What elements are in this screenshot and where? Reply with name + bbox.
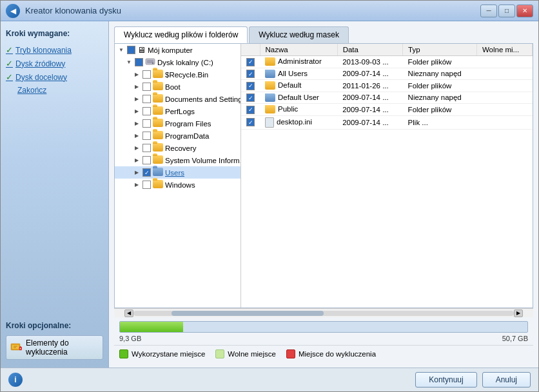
progress-used: 9,3 GB <box>119 335 141 342</box>
arrow-docs: ▶ <box>133 95 141 103</box>
tree-label-users: Users <box>165 169 184 177</box>
table-row[interactable]: ✓Default2011-01-26 ...Folder plików <box>241 80 533 92</box>
folder-icon-docs <box>153 94 163 104</box>
cancel-button[interactable]: Anuluj <box>482 372 531 387</box>
folder-icon-perflogs <box>153 106 163 116</box>
progress-labels: 9,3 GB 50,7 GB <box>119 335 528 342</box>
checkbox-disk[interactable] <box>135 58 143 66</box>
file-free-4 <box>476 104 532 116</box>
scrollbar-track[interactable] <box>133 311 514 316</box>
table-row[interactable]: ✓Administrator2013-09-03 ...Folder plikó… <box>241 56 533 68</box>
tree-label-programdata: ProgramData <box>165 132 209 140</box>
sidebar-label-tryb: Tryb klonowania <box>15 46 72 55</box>
continue-button[interactable]: Kontynuuj <box>415 372 476 387</box>
legend-excluded: Miejsce do wykluczenia <box>286 349 376 358</box>
file-name-3: Default User <box>260 92 337 104</box>
file-type-4: Folder plików <box>403 104 477 116</box>
folder-icon-windows <box>153 180 163 190</box>
maximize-button[interactable]: □ <box>498 5 515 17</box>
tree-item-docs[interactable]: ▶ Documents and Settings <box>115 93 240 105</box>
file-checkbox-1[interactable]: ✓ <box>246 70 255 78</box>
arrow-disk: ▼ <box>125 59 133 66</box>
minimize-button[interactable]: ─ <box>480 5 497 17</box>
tab-files-folders[interactable]: Wyklucz według plików i folderów <box>114 26 248 43</box>
tree-scrollbar[interactable]: ◀ ▶ <box>114 308 533 317</box>
col-header-typ[interactable]: Typ <box>403 44 477 56</box>
sidebar-item-elementy[interactable]: Elementy do wykluczenia <box>6 335 103 360</box>
tree-item-perflogs[interactable]: ▶ PerfLogs <box>115 105 240 117</box>
arrow-root: ▼ <box>117 46 125 54</box>
main-panel: Wyklucz według plików i folderów Wyklucz… <box>109 21 538 368</box>
sidebar-item-tryb-klonowania[interactable]: ✓ Tryb klonowania <box>6 43 103 57</box>
sidebar-item-dysk-docelowy[interactable]: ✓ Dysk docelowy <box>6 70 103 84</box>
info-icon[interactable]: i <box>8 373 23 387</box>
tree-item-recovery[interactable]: ▶ Recovery <box>115 142 240 154</box>
check-icon-3: ✓ <box>6 72 13 82</box>
scrollbar-thumb[interactable] <box>172 311 324 316</box>
sidebar-item-dysk-zrodlowy[interactable]: ✓ Dysk źródłowy <box>6 57 103 70</box>
checkbox-recovery[interactable] <box>142 144 151 152</box>
checkbox-root[interactable] <box>127 46 135 54</box>
folder-icon-sysvolinfo <box>153 155 163 165</box>
tree-item-recycle[interactable]: ▶ $Recycle.Bin <box>115 68 240 81</box>
tree-disk-c[interactable]: ▼ Dysk lokalny (C:) <box>115 56 240 68</box>
file-name-4: Public <box>260 104 337 116</box>
tree-item-sysvolinfo[interactable]: ▶ System Volume Inform... <box>115 154 240 166</box>
tree-root-label: Mój komputer <box>148 46 193 54</box>
sidebar-label-zakoncz: Zakończ <box>17 86 46 95</box>
tree-item-windows[interactable]: ▶ Windows <box>115 179 240 191</box>
checkbox-programfiles[interactable] <box>142 119 151 128</box>
checkbox-boot[interactable] <box>142 83 151 91</box>
file-checkbox-0[interactable]: ✓ <box>246 58 255 66</box>
checkbox-recycle[interactable] <box>142 70 151 79</box>
tree-root[interactable]: ▼ 🖥 Mój komputer <box>115 44 240 56</box>
close-button[interactable]: ✕ <box>516 5 533 17</box>
sidebar-label-zrodlowy: Dysk źródłowy <box>15 59 65 68</box>
checkbox-programdata[interactable] <box>142 132 151 140</box>
col-header-checkbox[interactable] <box>241 44 260 56</box>
table-row[interactable]: ✓All Users2009-07-14 ...Nieznany napęd <box>241 68 533 80</box>
file-checkbox-3[interactable]: ✓ <box>246 93 255 102</box>
file-checkbox-4[interactable]: ✓ <box>246 106 255 114</box>
arrow-boot: ▶ <box>133 83 141 91</box>
file-date-4: 2009-07-14 ... <box>337 104 402 116</box>
tree-item-programdata[interactable]: ▶ ProgramData <box>115 130 240 142</box>
col-header-wolne[interactable]: Wolne mi... <box>476 44 532 56</box>
tree-item-programfiles[interactable]: ▶ Program Files <box>115 117 240 130</box>
checkbox-users[interactable]: ✓ <box>142 168 151 177</box>
scroll-left-btn[interactable]: ◀ <box>124 309 133 317</box>
file-type-2: Folder plików <box>403 80 477 92</box>
tree-item-users[interactable]: ▶ ✓ Users <box>115 166 240 179</box>
window-title: Kreator klonowania dysku <box>25 6 480 15</box>
tabs-container: Wyklucz według plików i folderów Wyklucz… <box>114 26 533 43</box>
svg-point-6 <box>20 348 21 349</box>
sidebar-label-docelowy: Dysk docelowy <box>15 73 67 82</box>
arrow-recycle: ▶ <box>133 71 141 79</box>
tab-masks[interactable]: Wyklucz według masek <box>249 26 349 43</box>
legend-dot-used <box>119 349 128 358</box>
progress-bar-inner <box>120 322 183 332</box>
legend-dot-free <box>215 349 224 358</box>
col-header-data[interactable]: Data <box>337 44 402 56</box>
scroll-right-btn[interactable]: ▶ <box>514 309 523 317</box>
file-date-1: 2009-07-14 ... <box>337 68 402 80</box>
legend-area: Wykorzystane miejsce Wolne miejsce Miejs… <box>114 345 533 362</box>
table-row[interactable]: ✓Default User2009-07-14 ...Nieznany napę… <box>241 92 533 104</box>
tab-files-label: Wyklucz według plików i folderów <box>124 30 238 39</box>
optional-section: Kroki opcjonalne: Elementy d <box>1 316 108 368</box>
sidebar-item-zakoncz[interactable]: Zakończ <box>6 84 103 97</box>
folder-icon-recycle <box>153 70 163 79</box>
col-header-nazwa[interactable]: Nazwa <box>260 44 337 56</box>
tree-item-boot[interactable]: ▶ Boot <box>115 81 240 93</box>
sidebar: Kroki wymagane: ✓ Tryb klonowania ✓ Dysk… <box>1 21 109 368</box>
checkbox-sysvolinfo[interactable] <box>142 156 151 164</box>
checkbox-docs[interactable] <box>142 95 151 103</box>
table-row[interactable]: ✓Public2009-07-14 ...Folder plików <box>241 104 533 116</box>
table-row[interactable]: ✓desktop.ini2009-07-14 ...Plik ... <box>241 115 533 129</box>
file-checkbox-5[interactable]: ✓ <box>246 118 255 126</box>
file-checkbox-2[interactable]: ✓ <box>246 82 255 90</box>
checkbox-windows[interactable] <box>142 181 151 189</box>
file-type-1: Nieznany napęd <box>403 68 477 80</box>
checkbox-perflogs[interactable] <box>142 107 151 115</box>
folder-icon-programdata <box>153 131 163 141</box>
